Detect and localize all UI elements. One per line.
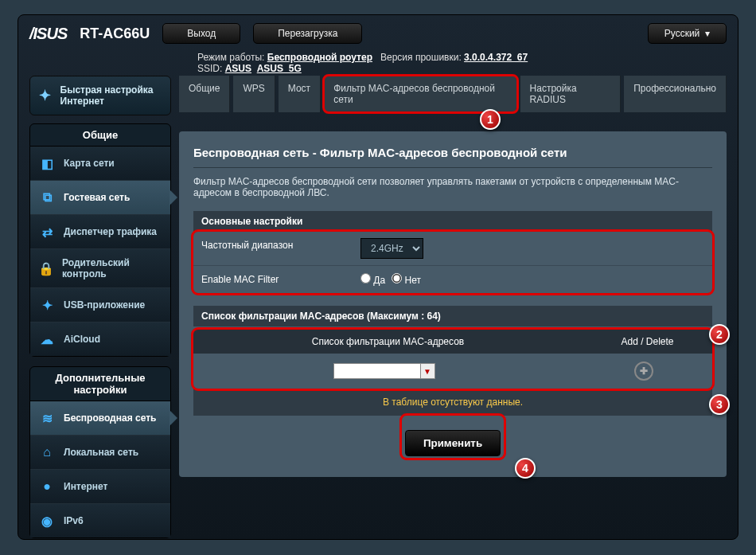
- add-button[interactable]: ✚: [634, 362, 653, 381]
- sidebar-item-aicloud[interactable]: ☁AiCloud: [30, 322, 170, 356]
- freq-select[interactable]: 2.4GHz: [360, 238, 423, 259]
- mac-input[interactable]: [333, 363, 421, 379]
- radio-yes[interactable]: Да: [360, 273, 385, 286]
- qis-button[interactable]: ✦ Быстрая настройка Интернет: [29, 76, 171, 115]
- col-list: Список фильтрации MAC-адресов: [193, 330, 583, 354]
- list-head: Список фильтрации MAC-адресов (Максимум …: [193, 306, 712, 326]
- reboot-button[interactable]: Перезагрузка: [253, 23, 362, 44]
- callout-4: 4: [515, 458, 536, 479]
- page-title: Беспроводная сеть - Фильтр MAC-адресов б…: [193, 146, 712, 159]
- sidebar-item-родительский-контроль[interactable]: 🔒Родительский контроль: [30, 248, 170, 287]
- menu-icon: ⇄: [38, 223, 56, 240]
- menu-icon: 🔒: [38, 260, 54, 277]
- radio-no[interactable]: Нет: [392, 273, 421, 286]
- enable-label: Enable MAC Filter: [193, 266, 353, 293]
- tab-3[interactable]: Фильтр MAC-адресов беспроводной сети: [324, 76, 516, 112]
- tab-5[interactable]: Профессионально: [624, 76, 727, 112]
- callout-1: 1: [480, 109, 501, 130]
- info-bar: Режим работы: Беспроводной роутер Версия…: [197, 47, 738, 76]
- model-name: RT-AC66U: [80, 25, 150, 42]
- col-add: Add / Delete: [583, 330, 712, 354]
- asus-logo: /ISUS: [29, 25, 67, 43]
- menu-icon: ◉: [38, 512, 56, 530]
- sidebar-item-диспетчер-трафика[interactable]: ⇄Диспетчер трафика: [30, 214, 170, 248]
- page-desc: Фильтр MAC-адресов беспроводной сети поз…: [193, 176, 712, 198]
- ssid-5g-link[interactable]: ASUS_5G: [257, 63, 302, 74]
- menu-head-advanced: Дополнительные настройки: [29, 366, 171, 401]
- menu-icon: ≋: [38, 409, 56, 427]
- tab-4[interactable]: Настройка RADIUS: [520, 76, 622, 112]
- menu-icon: ●: [38, 478, 56, 495]
- empty-msg: В таблице отсутствуют данные.: [193, 389, 712, 416]
- menu-head-general: Общие: [29, 123, 171, 147]
- sidebar-item-карта-сети[interactable]: ◧Карта сети: [30, 147, 170, 180]
- firmware-link[interactable]: 3.0.0.4.372_67: [464, 52, 528, 63]
- basic-head: Основные настройки: [193, 211, 712, 232]
- sidebar-item-ipv6[interactable]: ◉IPv6: [30, 503, 170, 537]
- ssid-24-link[interactable]: ASUS: [225, 63, 251, 74]
- op-mode-link[interactable]: Беспроводной роутер: [267, 52, 372, 63]
- tab-2[interactable]: Мост: [279, 76, 321, 112]
- menu-icon: ⧉: [38, 189, 56, 206]
- wand-icon: ✦: [38, 86, 53, 105]
- sidebar-item-гостевая-сеть[interactable]: ⧉Гостевая сеть: [30, 180, 170, 214]
- tab-1[interactable]: WPS: [233, 76, 275, 112]
- tab-0[interactable]: Общие: [179, 76, 230, 112]
- qis-label: Быстрая настройка Интернет: [60, 84, 162, 107]
- main-panel: Беспроводная сеть - Фильтр MAC-адресов б…: [179, 131, 727, 477]
- mac-dropdown-icon[interactable]: ▼: [421, 363, 435, 379]
- menu-icon: ◧: [38, 154, 56, 172]
- language-select[interactable]: Русский ▾: [648, 23, 727, 44]
- logout-button[interactable]: Выход: [162, 23, 240, 44]
- sidebar-item-интернет[interactable]: ●Интернет: [30, 469, 170, 503]
- freq-label: Частотный диапазон: [193, 232, 353, 265]
- apply-button[interactable]: Применить: [405, 430, 501, 456]
- callout-2: 2: [709, 324, 730, 345]
- menu-icon: ⌂: [38, 444, 56, 461]
- menu-icon: ☁: [38, 330, 56, 348]
- sidebar-item-локальная-сеть[interactable]: ⌂Локальная сеть: [30, 435, 170, 469]
- menu-icon: ✦: [38, 296, 56, 314]
- sidebar-item-usb-приложение[interactable]: ✦USB-приложение: [30, 287, 170, 322]
- sidebar-item-беспроводная-сеть[interactable]: ≋Беспроводная сеть: [30, 401, 170, 435]
- callout-3: 3: [709, 394, 730, 415]
